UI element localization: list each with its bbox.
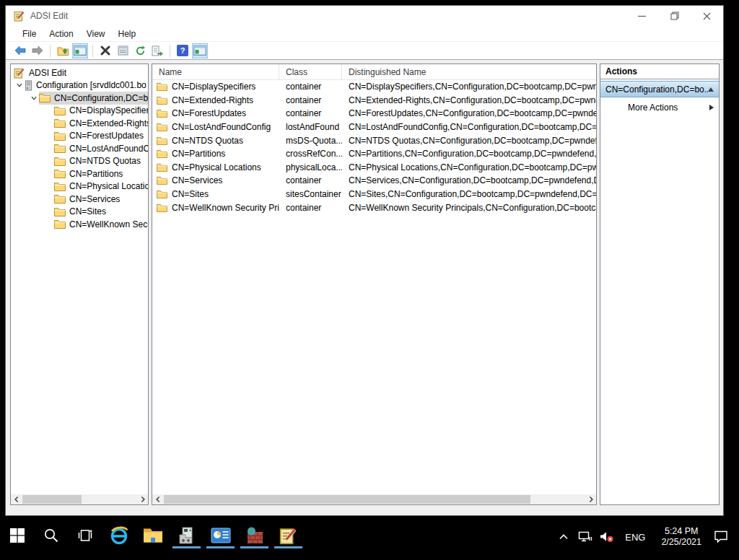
volume-status[interactable] bbox=[598, 522, 616, 551]
scrollbar-thumb[interactable] bbox=[22, 495, 82, 504]
file-explorer-icon bbox=[143, 528, 163, 543]
network-status[interactable] bbox=[576, 522, 595, 551]
table-row[interactable]: CN=DisplaySpecifiers container CN=Displa… bbox=[152, 80, 596, 94]
menu-file[interactable]: File bbox=[16, 29, 43, 39]
table-row[interactable]: CN=Sites sitesContainer CN=Sites,CN=Conf… bbox=[152, 188, 596, 201]
tree-item[interactable]: CN=Extended-Rights bbox=[11, 117, 148, 130]
back-button[interactable] bbox=[12, 43, 28, 58]
scroll-right-arrow[interactable] bbox=[585, 494, 596, 504]
tree-item[interactable]: CN=Services bbox=[11, 193, 148, 206]
actions-pane-title: Actions bbox=[600, 64, 719, 79]
menu-bar: File Action View Help bbox=[6, 26, 723, 42]
properties-button[interactable] bbox=[115, 43, 131, 58]
adsi-edit-taskbar-button[interactable] bbox=[271, 518, 305, 553]
tree-item[interactable]: CN=DisplaySpecifiers bbox=[11, 105, 148, 118]
tree-item[interactable]: CN=LostAndFoundC bbox=[11, 142, 148, 155]
delete-button[interactable] bbox=[97, 43, 113, 58]
menu-action[interactable]: Action bbox=[43, 29, 79, 39]
actions-group-header[interactable]: CN=Configuration,DC=bo... bbox=[600, 81, 719, 97]
tree-item-configuration[interactable]: Configuration [srvdldc001.bo bbox=[11, 79, 148, 92]
tree-item[interactable]: CN=Partitions bbox=[11, 167, 148, 180]
export-list-button[interactable] bbox=[149, 43, 165, 58]
internet-explorer-button[interactable] bbox=[102, 518, 136, 553]
cell-dn: CN=WellKnown Security Principals,CN=Conf… bbox=[342, 203, 596, 213]
tree-horizontal-scrollbar[interactable] bbox=[11, 494, 148, 504]
scroll-left-arrow[interactable] bbox=[152, 494, 163, 504]
folder-icon bbox=[157, 190, 167, 198]
close-button[interactable] bbox=[691, 6, 723, 26]
adsi-edit-window: ADSI Edit File Action View Help bbox=[6, 6, 723, 515]
tree-item[interactable]: CN=NTDS Quotas bbox=[11, 155, 148, 168]
table-row[interactable]: CN=Extended-Rights container CN=Extended… bbox=[152, 94, 596, 108]
action-center-button[interactable] bbox=[712, 522, 730, 551]
table-row[interactable]: CN=Physical Locations physicalLoca... CN… bbox=[152, 161, 596, 175]
tree-item-adsi-edit-root[interactable]: ADSI Edit bbox=[11, 66, 148, 79]
collapse-icon[interactable] bbox=[708, 87, 714, 92]
cell-class: container bbox=[279, 175, 342, 185]
menu-view[interactable]: View bbox=[80, 29, 112, 39]
minimize-button[interactable] bbox=[626, 6, 658, 26]
properties-icon bbox=[118, 45, 128, 56]
table-row[interactable]: CN=NTDS Quotas msDS-Quota... CN=NTDS Quo… bbox=[152, 134, 596, 147]
control-panel-button[interactable] bbox=[204, 518, 237, 553]
cell-name: CN=DisplaySpecifiers bbox=[172, 82, 255, 92]
file-explorer-button[interactable] bbox=[136, 518, 170, 553]
tree-item-label: CN=Services bbox=[69, 194, 120, 204]
more-actions-item[interactable]: More Actions bbox=[600, 100, 719, 115]
table-row[interactable]: CN=Partitions crossRefCon... CN=Partitio… bbox=[152, 147, 596, 161]
tree-item[interactable]: CN=ForestUpdates bbox=[11, 130, 148, 143]
tree-item-label: CN=WellKnown Secu bbox=[69, 219, 148, 229]
windows-firewall-button[interactable] bbox=[237, 518, 271, 553]
server-manager-button[interactable] bbox=[170, 518, 204, 553]
scroll-right-arrow[interactable] bbox=[137, 494, 148, 504]
hidden-icons-chevron[interactable] bbox=[554, 522, 573, 551]
help-icon: ? bbox=[177, 45, 188, 56]
folder-icon bbox=[157, 176, 167, 185]
scrollbar-thumb[interactable] bbox=[164, 495, 530, 504]
folder-icon bbox=[157, 109, 167, 118]
taskbar: ENG 5:24 PM 2/25/2021 bbox=[0, 517, 739, 560]
table-row[interactable]: CN=LostAndFoundConfig lostAndFound CN=Lo… bbox=[152, 121, 596, 134]
windows-logo-icon bbox=[9, 528, 25, 543]
language-indicator[interactable]: ENG bbox=[619, 522, 651, 551]
console-tree-icon bbox=[74, 45, 87, 56]
cell-name: CN=Sites bbox=[172, 189, 209, 199]
up-one-level-icon bbox=[57, 45, 69, 56]
column-header-name[interactable]: Name bbox=[152, 64, 279, 79]
cell-class: crossRefCon... bbox=[279, 149, 342, 159]
menu-help[interactable]: Help bbox=[112, 29, 143, 39]
folder-icon bbox=[54, 106, 66, 115]
help-button[interactable]: ? bbox=[175, 43, 191, 58]
column-header-distinguished-name[interactable]: Distinguished Name bbox=[342, 64, 596, 79]
scroll-left-arrow[interactable] bbox=[11, 494, 22, 504]
table-row[interactable]: CN=Services container CN=Services,CN=Con… bbox=[152, 174, 596, 188]
start-button[interactable] bbox=[0, 518, 34, 553]
tree-item[interactable]: CN=WellKnown Secu bbox=[11, 218, 148, 231]
folder-icon bbox=[157, 204, 167, 212]
scrollbar-track[interactable] bbox=[163, 494, 585, 504]
tree-item[interactable]: CN=Sites bbox=[11, 206, 148, 219]
tree-item-label: ADSI Edit bbox=[29, 68, 66, 78]
show-action-pane-toggle[interactable] bbox=[192, 43, 208, 58]
task-view-button[interactable] bbox=[68, 518, 102, 553]
refresh-button[interactable] bbox=[132, 43, 148, 58]
scrollbar-track[interactable] bbox=[22, 494, 137, 504]
column-header-class[interactable]: Class bbox=[279, 64, 342, 79]
tree-item[interactable]: CN=Physical Locatio bbox=[11, 180, 148, 193]
table-row[interactable]: CN=ForestUpdates container CN=ForestUpda… bbox=[152, 107, 596, 121]
clock[interactable]: 5:24 PM 2/25/2021 bbox=[654, 526, 709, 548]
list-horizontal-scrollbar[interactable] bbox=[152, 494, 596, 504]
server-manager-icon bbox=[177, 526, 197, 545]
up-one-level-button[interactable] bbox=[55, 43, 71, 58]
restore-button[interactable] bbox=[658, 6, 691, 26]
cell-name: CN=ForestUpdates bbox=[172, 108, 246, 118]
search-button[interactable] bbox=[34, 518, 68, 553]
tree-item-cn-configuration[interactable]: CN=Configuration,DC=b bbox=[11, 92, 148, 105]
chevron-down-icon[interactable] bbox=[14, 82, 25, 89]
cell-name: CN=Services bbox=[172, 175, 222, 185]
forward-button[interactable] bbox=[30, 43, 45, 58]
table-row[interactable]: CN=WellKnown Security Pri... container C… bbox=[152, 201, 596, 214]
cell-dn: CN=ForestUpdates,CN=Configuration,DC=boo… bbox=[342, 108, 596, 118]
show-console-tree-toggle[interactable] bbox=[72, 43, 88, 58]
chevron-down-icon[interactable] bbox=[29, 95, 39, 102]
